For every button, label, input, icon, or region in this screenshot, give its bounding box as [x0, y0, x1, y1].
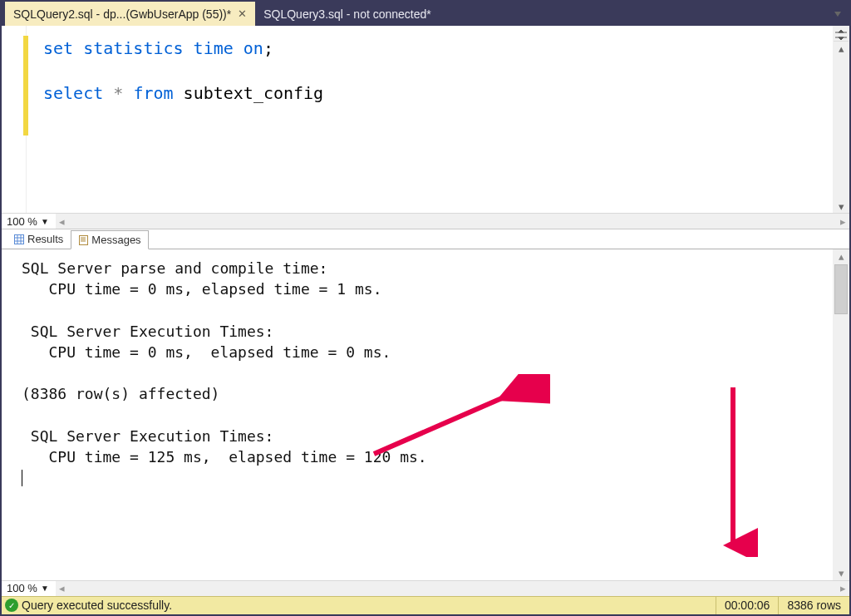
messages-output[interactable]: SQL Server parse and compile time: CPU t… — [2, 249, 833, 580]
editor-horizontal-scrollbar[interactable]: ◂ ▸ — [56, 214, 849, 229]
editor-gutter — [2, 26, 27, 213]
scroll-right-icon[interactable]: ▸ — [836, 582, 849, 594]
scroll-up-icon[interactable]: ▴ — [833, 249, 849, 263]
msg-line: CPU time = 0 ms, elapsed time = 1 ms. — [22, 280, 381, 298]
document-tab-bar: SQLQuery2.sql - dp...(GwbUserApp (55))* … — [2, 2, 849, 26]
text-caret — [22, 470, 22, 486]
msg-line: CPU time = 125 ms, elapsed time = 120 ms… — [22, 448, 427, 466]
tab-label: SQLQuery3.sql - not connected* — [263, 7, 431, 21]
zoom-value: 100 % — [7, 582, 37, 594]
success-icon: ✓ — [5, 599, 18, 612]
msg-line: SQL Server Execution Times: — [22, 323, 273, 340]
scroll-left-icon[interactable]: ◂ — [56, 215, 69, 228]
sql-keyword: select — [43, 83, 103, 103]
zoom-value: 100 % — [7, 215, 37, 228]
app-frame: SQLQuery2.sql - dp...(GwbUserApp (55))* … — [0, 0, 851, 616]
sql-editor[interactable]: set statistics time on; select * from su… — [27, 26, 833, 213]
split-handle-icon[interactable] — [834, 29, 849, 41]
status-elapsed: 00:00:06 — [716, 597, 779, 614]
msg-line: CPU time = 0 ms, elapsed time = 0 ms. — [22, 343, 391, 361]
chevron-down-icon: ▼ — [41, 584, 49, 593]
annotation-arrow-icon — [708, 382, 758, 557]
scroll-down-icon[interactable]: ▾ — [834, 200, 849, 213]
change-marker — [23, 36, 28, 136]
msg-line: SQL Server parse and compile time: — [22, 259, 337, 277]
tab-messages[interactable]: Messages — [71, 230, 148, 249]
svg-rect-0 — [15, 234, 24, 244]
chevron-down-icon — [834, 12, 841, 17]
status-message: Query executed successfully. — [22, 599, 716, 612]
editor-zoom-dropdown[interactable]: 100 % ▼ — [2, 215, 56, 228]
editor-zoom-row: 100 % ▼ ◂ ▸ — [2, 213, 849, 229]
document-tab-active[interactable]: SQLQuery2.sql - dp...(GwbUserApp (55))* … — [5, 2, 255, 26]
msg-line: (8386 row(s) affected) — [22, 385, 219, 402]
messages-zoom-dropdown[interactable]: 100 % ▼ — [2, 582, 56, 594]
svg-rect-5 — [79, 235, 87, 244]
grid-icon — [14, 234, 24, 244]
results-tab-bar: Results Messages — [2, 229, 849, 249]
close-icon[interactable]: ✕ — [238, 7, 247, 20]
sql-keyword: set — [43, 38, 73, 58]
scroll-thumb[interactable] — [834, 264, 848, 314]
status-bar: ✓ Query executed successfully. 00:00:06 … — [2, 596, 849, 614]
tab-label: SQLQuery2.sql - dp...(GwbUserApp (55))* — [13, 7, 231, 21]
editor-vertical-scrollbar[interactable]: ▴ ▾ — [833, 26, 849, 213]
messages-vertical-scrollbar[interactable]: ▴ ▾ — [833, 249, 849, 580]
document-tab[interactable]: SQLQuery3.sql - not connected* — [255, 2, 440, 26]
scroll-right-icon[interactable]: ▸ — [836, 215, 849, 228]
status-rowcount: 8386 rows — [778, 597, 849, 614]
tab-results[interactable]: Results — [7, 229, 71, 249]
sql-keyword: from — [133, 83, 173, 103]
scroll-up-icon[interactable]: ▴ — [834, 42, 849, 55]
sql-text: subtext_config — [174, 83, 324, 103]
chevron-down-icon: ▼ — [41, 217, 49, 226]
scroll-left-icon[interactable]: ◂ — [56, 582, 69, 594]
messages-horizontal-scrollbar[interactable]: ◂ ▸ — [56, 581, 849, 596]
svg-line-9 — [374, 381, 542, 454]
messages-zoom-row: 100 % ▼ ◂ ▸ — [2, 580, 849, 596]
sql-editor-pane: set statistics time on; select * from su… — [2, 26, 849, 213]
document-icon — [78, 235, 88, 245]
tab-label: Results — [27, 233, 63, 245]
sql-operator: * — [103, 83, 133, 103]
msg-line: SQL Server Execution Times: — [22, 427, 273, 445]
messages-pane: SQL Server parse and compile time: CPU t… — [2, 249, 849, 580]
scroll-down-icon[interactable]: ▾ — [833, 567, 849, 580]
sql-keyword: statistics time on — [73, 38, 263, 58]
sql-text: ; — [263, 38, 273, 58]
tab-overflow-dropdown[interactable] — [826, 2, 849, 26]
tab-label: Messages — [91, 234, 140, 246]
